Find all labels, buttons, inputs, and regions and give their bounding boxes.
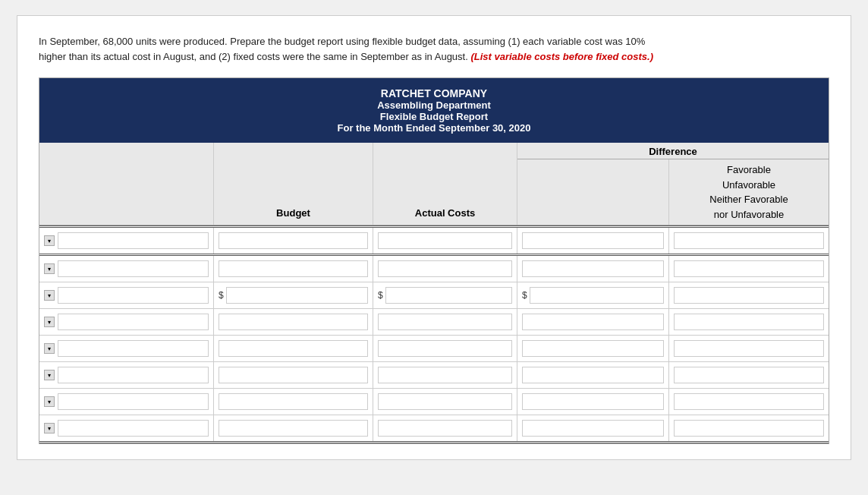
actual-cell: $ xyxy=(373,282,517,308)
diff-type-cell xyxy=(669,362,829,388)
report-title: Flexible Budget Report xyxy=(47,111,821,122)
diff-type-input[interactable] xyxy=(674,367,824,383)
diff-amount-cell xyxy=(517,228,669,254)
diff-type-input[interactable] xyxy=(674,420,824,437)
intro-text-line1: In September, 68,000 units were produced… xyxy=(39,36,645,47)
page-container: In September, 68,000 units were produced… xyxy=(17,15,851,460)
budget-input[interactable] xyxy=(219,393,368,410)
diff-type-input[interactable] xyxy=(674,340,824,357)
diff-amount-input[interactable] xyxy=(522,260,664,277)
dropdown-arrow[interactable]: ▾ xyxy=(44,343,55,354)
diff-type-cell xyxy=(669,282,829,308)
diff-amount-input[interactable] xyxy=(522,393,664,410)
label-input[interactable] xyxy=(58,340,209,357)
actual-column-header: Actual Costs xyxy=(373,143,517,225)
diff-amount-input[interactable] xyxy=(522,367,664,383)
diff-amount-input[interactable] xyxy=(522,340,664,357)
difference-sub-header: Favorable Unfavorable Neither Favorable … xyxy=(517,159,829,225)
dollar-sign-diff: $ xyxy=(522,290,527,301)
data-rows: ▾ ▾ xyxy=(39,225,829,443)
diff-type-input[interactable] xyxy=(674,287,824,304)
actual-cell xyxy=(373,228,517,254)
diff-amount-cell xyxy=(517,362,669,388)
diff-amount-cell: $ xyxy=(517,282,669,308)
budget-input[interactable] xyxy=(219,340,368,357)
diff-amount-cell xyxy=(517,256,669,282)
difference-column-header: Difference Favorable Unfavorable Neither… xyxy=(517,143,829,225)
budget-input[interactable] xyxy=(219,420,368,437)
dropdown-arrow[interactable]: ▾ xyxy=(44,290,55,301)
diff-type-input[interactable] xyxy=(674,260,824,277)
diff-type-input[interactable] xyxy=(674,393,824,410)
dropdown-arrow[interactable]: ▾ xyxy=(44,396,55,407)
label-input[interactable] xyxy=(58,314,209,330)
diff-type-cell xyxy=(669,415,829,441)
dropdown-arrow[interactable]: ▾ xyxy=(44,235,55,246)
budget-cell xyxy=(214,228,373,254)
company-name: RATCHET COMPANY xyxy=(47,87,821,99)
row-label-cell: ▾ xyxy=(39,362,214,388)
budget-cell xyxy=(214,362,373,388)
actual-cell xyxy=(373,389,517,415)
label-input[interactable] xyxy=(58,287,209,304)
actual-input[interactable] xyxy=(378,340,512,357)
diff-amount-input[interactable] xyxy=(522,314,664,330)
label-input[interactable] xyxy=(58,367,209,383)
actual-cell xyxy=(373,415,517,441)
budget-cell: $ xyxy=(214,282,373,308)
diff-amount-input[interactable] xyxy=(522,420,664,437)
table-row: ▾ $ $ $ xyxy=(39,282,829,309)
label-column-header xyxy=(39,143,214,225)
diff-type-cell xyxy=(669,228,829,254)
diff-type-input[interactable] xyxy=(674,314,824,330)
diff-amount-cell xyxy=(517,336,669,361)
department-name: Assembling Department xyxy=(47,99,821,111)
budget-input[interactable] xyxy=(219,367,368,383)
dropdown-arrow[interactable]: ▾ xyxy=(44,423,55,434)
budget-input[interactable] xyxy=(226,287,368,304)
dollar-sign-budget: $ xyxy=(219,290,224,301)
italic-instruction: (List variable costs before fixed costs.… xyxy=(470,51,653,62)
diff-type-input[interactable] xyxy=(674,232,824,249)
table-row: ▾ xyxy=(39,336,829,362)
label-input[interactable] xyxy=(58,420,209,437)
diff-type-cell xyxy=(669,309,829,335)
actual-input[interactable] xyxy=(378,367,512,383)
diff-amount-subheader xyxy=(517,159,669,225)
budget-input[interactable] xyxy=(219,232,368,249)
actual-input[interactable] xyxy=(378,260,512,277)
diff-amount-input[interactable] xyxy=(530,287,664,304)
row-label-cell: ▾ xyxy=(39,415,214,441)
budget-cell xyxy=(214,336,373,361)
dropdown-arrow[interactable]: ▾ xyxy=(44,263,55,274)
actual-cell xyxy=(373,362,517,388)
dropdown-arrow[interactable]: ▾ xyxy=(44,370,55,380)
label-input[interactable] xyxy=(58,232,209,249)
actual-input[interactable] xyxy=(385,287,512,304)
budget-input[interactable] xyxy=(219,314,368,330)
report-header: RATCHET COMPANY Assembling Department Fl… xyxy=(39,78,829,143)
diff-amount-input[interactable] xyxy=(522,232,664,249)
table-row: ▾ xyxy=(39,225,829,256)
diff-type-cell xyxy=(669,389,829,415)
intro-text-line2: higher than its actual cost in August, a… xyxy=(39,51,653,62)
budget-column-header: Budget xyxy=(214,143,373,225)
dollar-sign-actual: $ xyxy=(378,290,383,301)
actual-input[interactable] xyxy=(378,232,512,249)
diff-type-cell xyxy=(669,336,829,361)
label-input[interactable] xyxy=(58,260,209,277)
budget-input[interactable] xyxy=(219,260,368,277)
actual-input[interactable] xyxy=(378,420,512,437)
difference-label: Difference xyxy=(517,143,829,159)
actual-input[interactable] xyxy=(378,314,512,330)
actual-input[interactable] xyxy=(378,393,512,410)
report-period: For the Month Ended September 30, 2020 xyxy=(47,122,821,134)
row-label-cell: ▾ xyxy=(39,309,214,335)
label-input[interactable] xyxy=(58,393,209,410)
report-container: RATCHET COMPANY Assembling Department Fl… xyxy=(39,77,829,444)
dropdown-arrow[interactable]: ▾ xyxy=(44,317,55,327)
table-row: ▾ xyxy=(39,256,829,282)
actual-cell xyxy=(373,336,517,361)
row-label-cell: ▾ xyxy=(39,336,214,361)
diff-amount-cell xyxy=(517,389,669,415)
